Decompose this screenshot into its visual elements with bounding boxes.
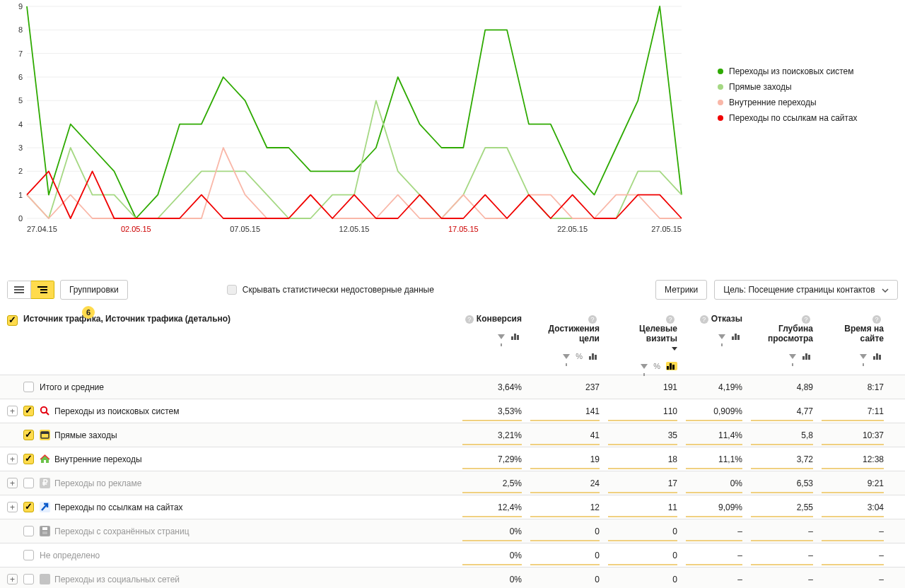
source-label: Итого и средние: [40, 382, 104, 392]
cell-time: 8:17: [817, 376, 888, 399]
cell-gv: 0: [604, 544, 682, 567]
cell-source: +Итого и средние: [0, 375, 458, 399]
col-source[interactable]: Источник трафика, Источник трафика (дета…: [0, 307, 458, 347]
cell-reach: 0: [526, 568, 604, 589]
cell-conv: 7,29%: [458, 448, 526, 471]
table-row: +₽Переходы по рекламе2,5%24170%6,539:21: [0, 471, 905, 495]
legend-dot-icon: [718, 115, 723, 121]
svg-text:0: 0: [18, 214, 23, 223]
sort-desc-icon: [672, 347, 677, 351]
help-icon[interactable]: ?: [588, 315, 597, 324]
table-toolbar: Группировки Скрывать статистически недос…: [0, 273, 905, 307]
chart-toggle-icon[interactable]: [588, 352, 600, 360]
source-label: Внутренние переходы: [54, 454, 142, 464]
svg-line-34: [46, 412, 49, 415]
cell-gv: 18: [604, 448, 682, 471]
col-time[interactable]: ?Время на сайте: [817, 307, 888, 365]
chart-toggle-icon[interactable]: [731, 332, 742, 341]
row-checkbox[interactable]: [23, 550, 34, 560]
svg-text:8: 8: [18, 25, 23, 34]
cell-bounce: –: [682, 520, 747, 543]
cell-conv: 2,5%: [458, 472, 526, 495]
svg-text:₽: ₽: [42, 478, 48, 488]
metrics-button[interactable]: Метрики: [655, 280, 707, 300]
header-checkbox[interactable]: [7, 315, 18, 326]
filter-icon[interactable]: [860, 354, 867, 359]
table-row: +Прямые заходы3,21%413511,4%5,810:37: [0, 423, 905, 447]
filter-icon[interactable]: [498, 334, 505, 339]
help-icon[interactable]: ?: [700, 315, 708, 324]
svg-rect-31: [40, 289, 47, 290]
row-checkbox[interactable]: [23, 406, 34, 416]
row-checkbox[interactable]: [23, 430, 34, 440]
cell-gv: 110: [604, 400, 682, 423]
svg-text:22.05.15: 22.05.15: [557, 225, 588, 233]
row-checkbox[interactable]: [23, 478, 34, 488]
table-row: +Переходы с сохранённых страниц0%00–––: [0, 519, 905, 543]
grouping-button[interactable]: Группировки: [60, 280, 128, 300]
help-icon[interactable]: ?: [872, 315, 881, 324]
tree-view-button[interactable]: [31, 281, 54, 299]
help-icon[interactable]: ?: [465, 315, 474, 324]
cell-conv: 0%: [458, 568, 526, 589]
svg-text:4: 4: [18, 120, 23, 129]
legend-label: Переходы по ссылкам на сайтах: [729, 113, 858, 123]
legend-item[interactable]: Переходы по ссылкам на сайтах: [718, 113, 858, 123]
legend-item[interactable]: Переходы из поисковых систем: [718, 66, 858, 76]
chart-toggle-icon[interactable]: [802, 352, 813, 360]
col-depth[interactable]: ?Глубина просмотра: [747, 307, 817, 365]
cell-gv: 17: [604, 472, 682, 495]
help-icon[interactable]: ?: [666, 315, 675, 324]
chart-toggle-icon[interactable]: [666, 362, 677, 370]
hide-unreliable-option[interactable]: Скрывать статистически недостоверные дан…: [227, 285, 434, 295]
cell-depth: 4,89: [747, 376, 817, 399]
row-checkbox[interactable]: [23, 574, 34, 584]
help-icon[interactable]: ?: [802, 315, 810, 324]
cell-bounce: 4,19%: [682, 376, 747, 399]
cell-reach: 12: [526, 496, 604, 519]
svg-rect-28: [14, 289, 24, 290]
cell-depth: 2,55: [747, 496, 817, 519]
expand-button[interactable]: +: [7, 574, 18, 584]
goal-prefix: Цель:: [723, 285, 748, 295]
table-row: +Итого и средние3,64%2371914,19%4,898:17: [0, 375, 905, 399]
chevron-down-icon: [882, 288, 889, 293]
expand-button[interactable]: +: [7, 478, 18, 488]
svg-text:27.04.15: 27.04.15: [27, 225, 57, 233]
cell-time: –: [817, 544, 888, 567]
row-checkbox[interactable]: [23, 502, 34, 512]
expand-button[interactable]: +: [7, 502, 18, 512]
cell-depth: 3,72: [747, 448, 817, 471]
row-checkbox[interactable]: [23, 454, 34, 464]
filter-icon[interactable]: [718, 334, 725, 339]
legend-label: Прямые заходы: [729, 82, 792, 92]
cell-source: +Переходы из поисковых систем: [0, 399, 458, 423]
col-conversion[interactable]: ?Конверсия: [458, 307, 526, 345]
chart-toggle-icon[interactable]: [872, 352, 884, 360]
chart-toggle-icon[interactable]: [510, 332, 522, 341]
expand-button[interactable]: +: [7, 406, 18, 416]
cell-gv: 191: [604, 376, 682, 399]
cell-time: 3:04: [817, 496, 888, 519]
legend-item[interactable]: Прямые заходы: [718, 82, 858, 92]
goal-select[interactable]: Цель: Посещение страницы контактов: [714, 280, 898, 300]
filter-icon[interactable]: [641, 364, 648, 369]
col-bounce[interactable]: ?Отказы: [682, 307, 747, 345]
legend-label: Внутренние переходы: [729, 98, 817, 107]
svg-text:9: 9: [18, 3, 23, 11]
cell-time: –: [817, 520, 888, 543]
cell-source: +₽Переходы по рекламе: [0, 471, 458, 495]
row-checkbox[interactable]: [23, 382, 34, 392]
cell-time: –: [817, 568, 888, 589]
col-reaches[interactable]: ?Достижения цели %: [526, 307, 604, 365]
svg-text:12.05.15: 12.05.15: [339, 225, 370, 233]
svg-text:07.05.15: 07.05.15: [230, 225, 260, 233]
expand-button[interactable]: +: [7, 454, 18, 464]
list-view-button[interactable]: [7, 281, 31, 299]
filter-icon[interactable]: [789, 354, 796, 359]
legend-dot-icon: [718, 100, 723, 105]
filter-icon[interactable]: [563, 354, 570, 359]
col-goal-visits[interactable]: ?Целевые визиты %: [604, 307, 682, 375]
row-checkbox[interactable]: [23, 526, 34, 536]
legend-item[interactable]: Внутренние переходы: [718, 98, 858, 107]
